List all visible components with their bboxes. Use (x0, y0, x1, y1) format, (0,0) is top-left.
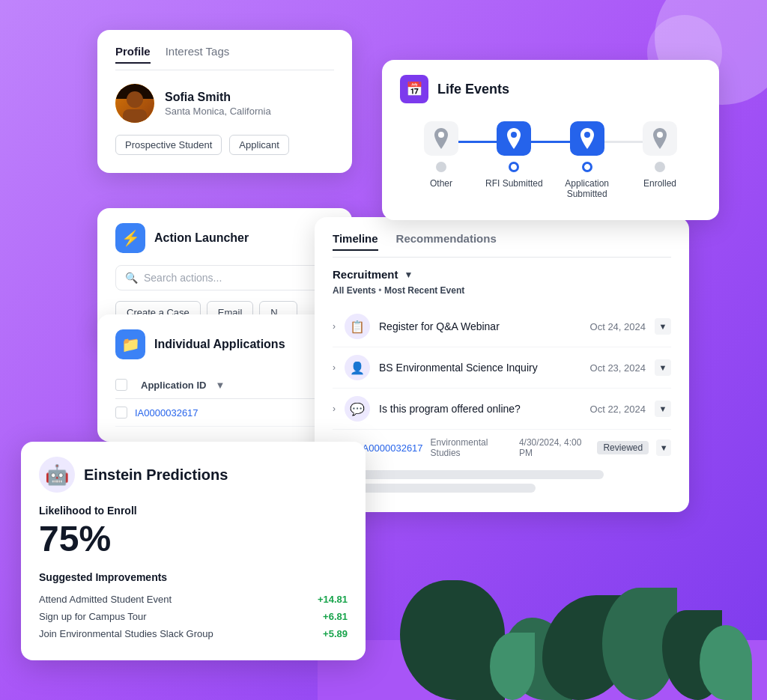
app-row-dropdown[interactable]: ▼ (656, 439, 671, 456)
life-events-timeline: Other RFI Submitted Application Su (400, 121, 701, 199)
improvement-row-0: Attend Admitted Student Event +14.81 (39, 591, 348, 608)
profile-tabs: Profile Interest Tags (115, 45, 334, 70)
timeline-event-1: › 👤 BS Environmental Science Inquiry Oct… (333, 347, 671, 389)
event-icon-0: 📋 (345, 314, 370, 339)
improvement-row-2: Join Environmental Studies Slack Group +… (39, 625, 348, 642)
table-row: IA0000032617 (115, 399, 334, 427)
pin-rfi (497, 121, 531, 156)
profile-badges: Prospective Student Applicant (115, 135, 334, 155)
timeline-step-other[interactable]: Other (407, 121, 475, 189)
action-launcher-icon: ⚡ (115, 223, 145, 253)
calendar-icon: 📅 (406, 81, 422, 97)
search-placeholder: Search actions... (144, 272, 222, 284)
likelihood-label: Likelihood to Enroll (39, 505, 348, 517)
improvement-label-2: Join Environmental Studies Slack Group (39, 628, 213, 639)
user-name: Sofia Smith (165, 91, 271, 104)
svg-point-3 (657, 132, 663, 138)
tab-interest-tags[interactable]: Interest Tags (166, 45, 230, 64)
label-enrolled: Enrolled (643, 178, 676, 189)
improvement-score-1: +6.81 (323, 611, 348, 622)
timeline-card: Timeline Recommendations Recruitment ▼ A… (315, 217, 689, 512)
event-chevron-2[interactable]: › (333, 404, 336, 414)
pin-app-submitted (570, 121, 604, 156)
einstein-header: 🤖 Einstein Predictions (39, 457, 348, 493)
lightning-icon: ⚡ (121, 229, 140, 247)
svg-point-1 (511, 132, 517, 138)
application-timeline-row: IA0000032617 Environmental Studies 4/30/… (333, 430, 671, 466)
timeline-event-0: › 📋 Register for Q&A Webinar Oct 24, 202… (333, 306, 671, 347)
einstein-icon: 🤖 (39, 457, 75, 493)
label-rfi: RFI Submitted (485, 178, 543, 189)
search-icon: 🔍 (125, 272, 138, 284)
sort-chevron[interactable]: ▼ (215, 380, 225, 391)
avatar (115, 84, 154, 123)
app-tl-status: Reviewed (597, 441, 649, 454)
event-dropdown-2[interactable]: ▼ (655, 401, 671, 417)
applications-title: Individual Applications (154, 338, 285, 351)
select-all-checkbox[interactable] (115, 379, 127, 391)
tab-profile[interactable]: Profile (115, 45, 151, 64)
action-launcher-header: ⚡ Action Launcher (115, 223, 334, 253)
event-dropdown-1[interactable]: ▼ (655, 359, 671, 376)
timeline-step-rfi[interactable]: RFI Submitted (480, 121, 548, 189)
section-chevron-icon[interactable]: ▼ (404, 270, 413, 280)
tab-recommendations[interactable]: Recommendations (396, 232, 497, 251)
applications-icon: 📁 (115, 329, 145, 359)
timeline-event-2: › 💬 Is this program offered online? Oct … (333, 389, 671, 430)
app-tl-date: 4/30/2024, 4:00 PM (519, 437, 590, 458)
event-chevron-0[interactable]: › (333, 321, 336, 332)
profile-card: Profile Interest Tags Sofia Smith Santa … (97, 30, 352, 173)
event-date-2: Oct 22, 2024 (590, 404, 646, 415)
pin-other (424, 121, 458, 156)
label-other: Other (430, 178, 452, 189)
event-icon-1: 👤 (345, 355, 370, 380)
improvement-row-1: Sign up for Campus Tour +6.81 (39, 608, 348, 625)
svg-point-0 (438, 132, 444, 138)
pin-enrolled (643, 121, 677, 156)
event-icon-2: 💬 (345, 396, 370, 421)
event-date-0: Oct 24, 2024 (590, 321, 646, 332)
column-app-id: Application ID (141, 380, 206, 391)
event-date-1: Oct 23, 2024 (590, 362, 646, 374)
timeline-tabs: Timeline Recommendations (333, 232, 671, 258)
folder-icon: 📁 (121, 335, 140, 353)
timeline-step-app-submitted[interactable]: Application Submitted (554, 121, 621, 199)
life-events-header: 📅 Life Events (400, 75, 701, 103)
timeline-section-title: Recruitment (333, 268, 398, 281)
applications-header: 📁 Individual Applications (115, 329, 334, 359)
einstein-predictions-card: 🤖 Einstein Predictions Likelihood to Enr… (21, 442, 366, 660)
app-tl-program: Environmental Studies (431, 437, 512, 458)
svg-point-2 (584, 132, 590, 138)
timeline-step-enrolled[interactable]: Enrolled (626, 121, 694, 189)
action-launcher-title: Action Launcher (154, 231, 249, 245)
user-location: Santa Monica, California (165, 106, 271, 117)
life-events-card: 📅 Life Events Other (382, 60, 719, 220)
action-search[interactable]: 🔍 Search actions... (115, 265, 334, 290)
improvement-label-0: Attend Admitted Student Event (39, 594, 172, 605)
row-checkbox[interactable] (115, 407, 127, 419)
badge-applicant: Applicant (229, 135, 288, 155)
event-title-2: Is this program offered online? (379, 403, 581, 415)
app-tl-id[interactable]: IA0000032617 (360, 442, 423, 454)
event-dropdown-0[interactable]: ▼ (655, 318, 671, 335)
improvement-score-2: +5.89 (323, 628, 348, 639)
individual-applications-card: 📁 Individual Applications Application ID… (97, 314, 352, 442)
event-chevron-1[interactable]: › (333, 362, 336, 373)
application-id-link[interactable]: IA0000032617 (135, 407, 198, 419)
timeline-filter: All Events • Most Recent Event (333, 285, 671, 296)
user-info: Sofia Smith Santa Monica, California (115, 84, 334, 123)
improvements-title: Suggested Improvements (39, 571, 348, 583)
label-app-submitted: Application Submitted (554, 178, 621, 199)
vegetation-decoration (318, 550, 767, 700)
table-header: Application ID ▼ (115, 371, 334, 399)
dot-enrolled (655, 162, 665, 172)
timeline-section-header: Recruitment ▼ (333, 268, 671, 281)
tab-timeline[interactable]: Timeline (333, 232, 378, 251)
improvement-score-0: +14.81 (318, 594, 348, 605)
badge-prospective-student: Prospective Student (115, 135, 222, 155)
event-title-0: Register for Q&A Webinar (379, 320, 581, 332)
likelihood-value: 75% (39, 520, 348, 559)
dot-other (436, 162, 446, 172)
life-events-icon: 📅 (400, 75, 428, 103)
dot-app-submitted (582, 162, 592, 172)
